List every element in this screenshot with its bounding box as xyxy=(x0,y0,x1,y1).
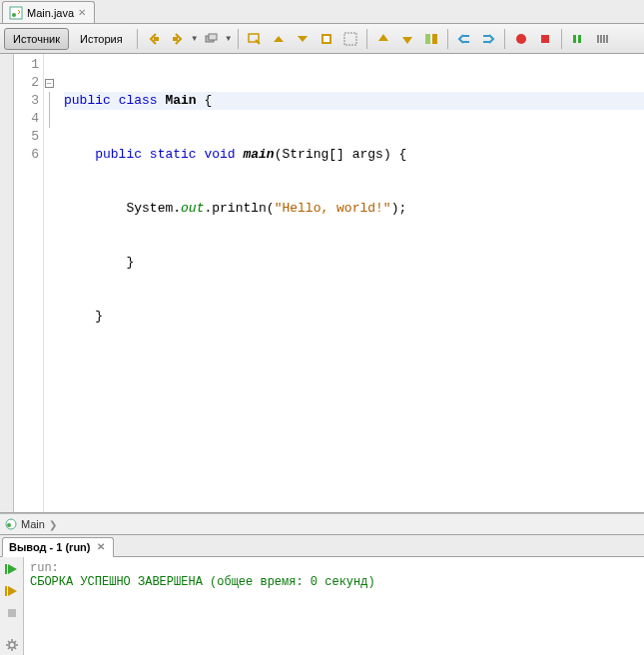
left-margin xyxy=(0,54,14,512)
output-sidebar xyxy=(0,557,24,655)
svg-point-1 xyxy=(12,13,16,17)
svg-point-16 xyxy=(516,34,526,44)
dropdown-icon[interactable]: ▼ xyxy=(225,34,233,43)
stop-macro-icon[interactable] xyxy=(534,28,556,50)
prev-bookmark-icon[interactable] xyxy=(268,28,290,50)
line-number: 1 xyxy=(14,56,39,74)
close-icon[interactable]: ✕ xyxy=(97,542,107,552)
output-line: СБОРКА УСПЕШНО ЗАВЕРШЕНА (общее время: 0… xyxy=(30,575,638,589)
svg-rect-12 xyxy=(463,35,469,37)
rerun-alt-icon[interactable] xyxy=(3,582,21,600)
svg-rect-10 xyxy=(425,34,430,44)
svg-point-25 xyxy=(7,523,11,527)
code-line: public static void main(String[] args) { xyxy=(64,146,644,164)
code-line: } xyxy=(64,254,644,272)
select-rect-icon[interactable] xyxy=(339,28,361,50)
file-tab-strip: Main.java ✕ xyxy=(0,0,644,24)
svg-rect-23 xyxy=(606,35,608,43)
svg-rect-14 xyxy=(483,35,489,37)
line-number-gutter: 1 2 3 4 5 6 xyxy=(14,54,44,512)
class-icon xyxy=(4,517,18,531)
svg-rect-26 xyxy=(8,609,16,617)
line-number: 3 xyxy=(14,92,39,110)
fold-gutter: − xyxy=(44,54,58,512)
rerun-icon[interactable] xyxy=(3,560,21,578)
file-tab-main[interactable]: Main.java ✕ xyxy=(2,1,95,23)
code-line xyxy=(64,361,644,379)
separator xyxy=(447,29,448,49)
output-tab-strip: Вывод - 1 (run) ✕ xyxy=(0,535,644,557)
java-file-icon xyxy=(9,6,23,20)
start-macro-icon[interactable] xyxy=(510,28,532,50)
editor-toolbar: Источник История ▼ ▼ xyxy=(0,24,644,54)
output-tab[interactable]: Вывод - 1 (run) ✕ xyxy=(2,537,114,557)
shift-left-icon[interactable] xyxy=(453,28,475,50)
dropdown-icon[interactable]: ▼ xyxy=(191,34,199,43)
svg-rect-3 xyxy=(173,37,178,41)
svg-rect-17 xyxy=(541,35,549,43)
svg-rect-13 xyxy=(463,41,469,43)
diff-icon[interactable] xyxy=(420,28,442,50)
separator xyxy=(561,29,562,49)
next-bookmark-icon[interactable] xyxy=(292,28,314,50)
layers-icon[interactable] xyxy=(201,28,223,50)
separator xyxy=(366,29,367,49)
output-text[interactable]: run: СБОРКА УСПЕШНО ЗАВЕРШЕНА (общее вре… xyxy=(24,557,644,655)
svg-rect-9 xyxy=(344,33,356,45)
svg-rect-22 xyxy=(603,35,605,43)
nav-forward-icon[interactable] xyxy=(167,28,189,50)
breadcrumb-label: Main xyxy=(21,518,45,530)
separator xyxy=(238,29,239,49)
code-line: } xyxy=(64,308,644,326)
svg-rect-21 xyxy=(600,35,602,43)
line-number: 4 xyxy=(14,110,39,128)
output-tab-label: Вывод - 1 (run) xyxy=(9,541,91,553)
uncomment-icon[interactable] xyxy=(591,28,613,50)
output-body: run: СБОРКА УСПЕШНО ЗАВЕРШЕНА (общее вре… xyxy=(0,557,644,655)
comment-icon[interactable] xyxy=(567,28,589,50)
svg-rect-18 xyxy=(573,35,576,43)
shift-right-icon[interactable] xyxy=(477,28,499,50)
fold-toggle-icon[interactable]: − xyxy=(45,79,54,88)
code-line: System.out.println("Hello, world!"); xyxy=(64,200,644,218)
settings-icon[interactable] xyxy=(3,636,21,654)
svg-rect-11 xyxy=(432,34,437,44)
svg-rect-19 xyxy=(578,35,581,43)
line-number: 2 xyxy=(14,74,39,92)
breadcrumb: Main ❯ xyxy=(0,513,644,535)
svg-rect-15 xyxy=(483,41,489,43)
code-line: public class Main { xyxy=(64,92,644,110)
code-editor[interactable]: 1 2 3 4 5 6 − public class Main { public… xyxy=(0,54,644,513)
output-panel: Вывод - 1 (run) ✕ run: СБОРКА УСПЕШНО ЗА… xyxy=(0,535,644,655)
breadcrumb-item[interactable]: Main xyxy=(4,517,45,531)
nav-back-icon[interactable] xyxy=(143,28,165,50)
find-selection-icon[interactable] xyxy=(244,28,266,50)
chevron-right-icon[interactable]: ❯ xyxy=(49,519,57,530)
separator xyxy=(137,29,138,49)
next-error-icon[interactable] xyxy=(396,28,418,50)
prev-error-icon[interactable] xyxy=(372,28,394,50)
line-number: 6 xyxy=(14,146,39,164)
history-button[interactable]: История xyxy=(71,28,132,50)
code-area[interactable]: public class Main { public static void m… xyxy=(58,54,644,512)
line-number: 5 xyxy=(14,128,39,146)
separator xyxy=(504,29,505,49)
toggle-bookmark-icon[interactable] xyxy=(316,28,337,50)
svg-rect-5 xyxy=(209,34,217,40)
stop-icon[interactable] xyxy=(3,604,21,622)
svg-point-27 xyxy=(9,642,15,648)
svg-rect-2 xyxy=(154,37,159,41)
svg-rect-8 xyxy=(323,36,329,42)
output-line: run: xyxy=(30,561,638,575)
close-icon[interactable]: ✕ xyxy=(78,8,88,18)
file-tab-label: Main.java xyxy=(27,7,74,19)
svg-rect-0 xyxy=(10,7,22,19)
source-button[interactable]: Источник xyxy=(4,28,69,50)
svg-rect-20 xyxy=(597,35,599,43)
